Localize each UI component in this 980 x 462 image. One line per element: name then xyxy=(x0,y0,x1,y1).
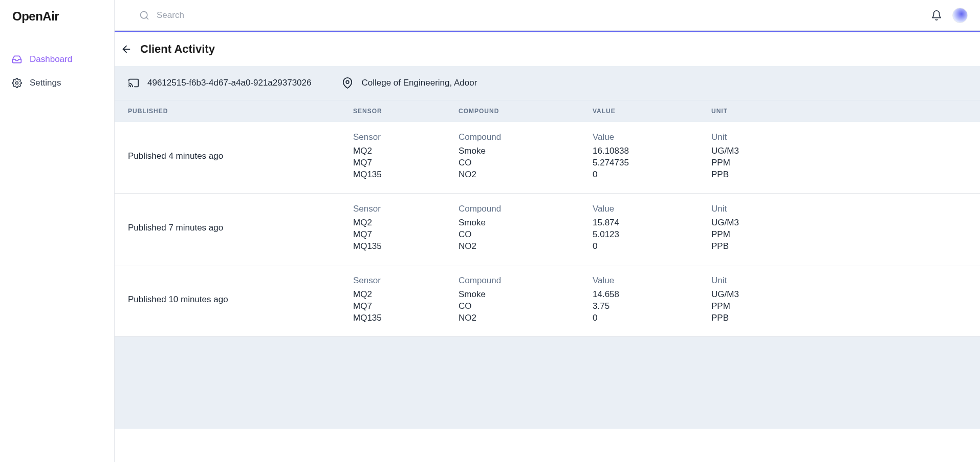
cell-unit-value: PPM xyxy=(711,301,967,312)
search-icon xyxy=(139,10,149,20)
cell-sensor-label: Sensor xyxy=(353,276,459,286)
table-row[interactable]: Published 7 minutes agoSensorMQ2MQ7MQ135… xyxy=(115,194,980,265)
cell-compound: CompoundSmokeCONO2 xyxy=(459,204,593,253)
cell-compound-value: CO xyxy=(459,301,593,312)
table-row[interactable]: Published 10 minutes agoSensorMQ2MQ7MQ13… xyxy=(115,265,980,337)
cell-unit-label: Unit xyxy=(711,204,967,214)
cell-unit-value: PPB xyxy=(711,312,967,324)
cell-value-label: Value xyxy=(593,204,711,214)
cell-compound-value: Smoke xyxy=(459,145,593,157)
cell-compound-label: Compound xyxy=(459,132,593,142)
cell-value-label: Value xyxy=(593,132,711,142)
cell-sensor: SensorMQ2MQ7MQ135 xyxy=(353,132,459,181)
svg-point-0 xyxy=(16,82,18,85)
cell-unit-value: PPM xyxy=(711,229,967,241)
client-location-item: College of Engineering, Adoor xyxy=(342,77,477,89)
cell-unit-value: UG/M3 xyxy=(711,145,967,157)
cell-value-value: 14.658 xyxy=(593,289,711,301)
cell-value-value: 16.10838 xyxy=(593,145,711,157)
cell-sensor-label: Sensor xyxy=(353,132,459,142)
cell-sensor-label: Sensor xyxy=(353,204,459,214)
footer-space xyxy=(115,337,980,429)
th-unit: UNIT xyxy=(711,108,967,115)
cell-sensor-value: MQ7 xyxy=(353,157,459,169)
topbar-right xyxy=(931,8,968,23)
cell-sensor-value: MQ135 xyxy=(353,169,459,181)
cell-compound-label: Compound xyxy=(459,276,593,286)
sidebar-item-settings[interactable]: Settings xyxy=(0,71,114,95)
cell-sensor-value: MQ2 xyxy=(353,217,459,229)
cell-compound-value: CO xyxy=(459,229,593,241)
app-logo: OpenAir xyxy=(0,0,114,33)
cell-compound-label: Compound xyxy=(459,204,593,214)
table-body: Published 4 minutes agoSensorMQ2MQ7MQ135… xyxy=(115,122,980,337)
sidebar-nav: Dashboard Settings xyxy=(0,33,114,95)
cell-published: Published 4 minutes ago xyxy=(128,151,353,161)
cell-compound-value: Smoke xyxy=(459,289,593,301)
sidebar-item-label: Settings xyxy=(30,78,61,88)
client-location-value: College of Engineering, Adoor xyxy=(361,78,477,88)
cell-compound-value: Smoke xyxy=(459,217,593,229)
cell-published: Published 10 minutes ago xyxy=(128,295,353,305)
cell-unit-value: UG/M3 xyxy=(711,217,967,229)
table-row[interactable]: Published 4 minutes agoSensorMQ2MQ7MQ135… xyxy=(115,122,980,194)
cell-compound-value: NO2 xyxy=(459,312,593,324)
cell-sensor: SensorMQ2MQ7MQ135 xyxy=(353,276,459,324)
svg-line-2 xyxy=(146,17,148,19)
cell-unit-label: Unit xyxy=(711,132,967,142)
cell-compound: CompoundSmokeCONO2 xyxy=(459,276,593,324)
page-header: Client Activity xyxy=(115,32,980,66)
cell-sensor-value: MQ2 xyxy=(353,289,459,301)
cell-published: Published 7 minutes ago xyxy=(128,223,353,233)
cell-unit: UnitUG/M3PPMPPB xyxy=(711,276,967,324)
cell-compound-value: CO xyxy=(459,157,593,169)
cell-unit-value: PPB xyxy=(711,241,967,253)
main-area: Client Activity 49612515-f6b3-4d67-a4a0-… xyxy=(115,0,980,462)
cell-compound-value: NO2 xyxy=(459,169,593,181)
table-header: PUBLISHED SENSOR COMPOUND VALUE UNIT xyxy=(115,100,980,122)
inbox-icon xyxy=(11,54,23,65)
cell-value-label: Value xyxy=(593,276,711,286)
sidebar-item-label: Dashboard xyxy=(30,54,72,65)
cell-unit-label: Unit xyxy=(711,276,967,286)
th-published: PUBLISHED xyxy=(128,108,353,115)
search-wrap xyxy=(139,10,931,20)
cast-icon xyxy=(128,77,139,89)
cell-value-value: 15.874 xyxy=(593,217,711,229)
cell-sensor-value: MQ135 xyxy=(353,312,459,324)
cell-unit: UnitUG/M3PPMPPB xyxy=(711,132,967,181)
client-info-bar: 49612515-f6b3-4d67-a4a0-921a29373026 Col… xyxy=(115,66,980,100)
cell-value-value: 0 xyxy=(593,312,711,324)
cell-value-value: 3.75 xyxy=(593,301,711,312)
map-pin-icon xyxy=(342,77,353,89)
cell-sensor-value: MQ7 xyxy=(353,229,459,241)
cell-value-value: 5.274735 xyxy=(593,157,711,169)
cell-unit: UnitUG/M3PPMPPB xyxy=(711,204,967,253)
cell-unit-value: UG/M3 xyxy=(711,289,967,301)
cell-value: Value16.108385.2747350 xyxy=(593,132,711,181)
cell-sensor: SensorMQ2MQ7MQ135 xyxy=(353,204,459,253)
cell-value-value: 0 xyxy=(593,241,711,253)
cell-value: Value14.6583.750 xyxy=(593,276,711,324)
cell-sensor-value: MQ2 xyxy=(353,145,459,157)
sidebar: OpenAir Dashboard Set xyxy=(0,0,115,462)
svg-point-5 xyxy=(346,80,350,83)
cell-unit-value: PPB xyxy=(711,169,967,181)
app-name: OpenAir xyxy=(12,9,59,23)
cell-unit-value: PPM xyxy=(711,157,967,169)
search-input[interactable] xyxy=(157,10,310,20)
page-title: Client Activity xyxy=(140,43,215,56)
bell-icon[interactable] xyxy=(931,10,942,21)
client-id-value: 49612515-f6b3-4d67-a4a0-921a29373026 xyxy=(147,78,311,88)
gear-icon xyxy=(11,77,23,89)
sidebar-item-dashboard[interactable]: Dashboard xyxy=(0,48,114,71)
cell-sensor-value: MQ7 xyxy=(353,301,459,312)
cell-compound-value: NO2 xyxy=(459,241,593,253)
client-id-item: 49612515-f6b3-4d67-a4a0-921a29373026 xyxy=(128,77,311,89)
avatar[interactable] xyxy=(952,8,968,23)
cell-compound: CompoundSmokeCONO2 xyxy=(459,132,593,181)
cell-sensor-value: MQ135 xyxy=(353,241,459,253)
cell-value-value: 5.0123 xyxy=(593,229,711,241)
th-value: VALUE xyxy=(593,108,711,115)
back-icon[interactable] xyxy=(121,44,132,55)
